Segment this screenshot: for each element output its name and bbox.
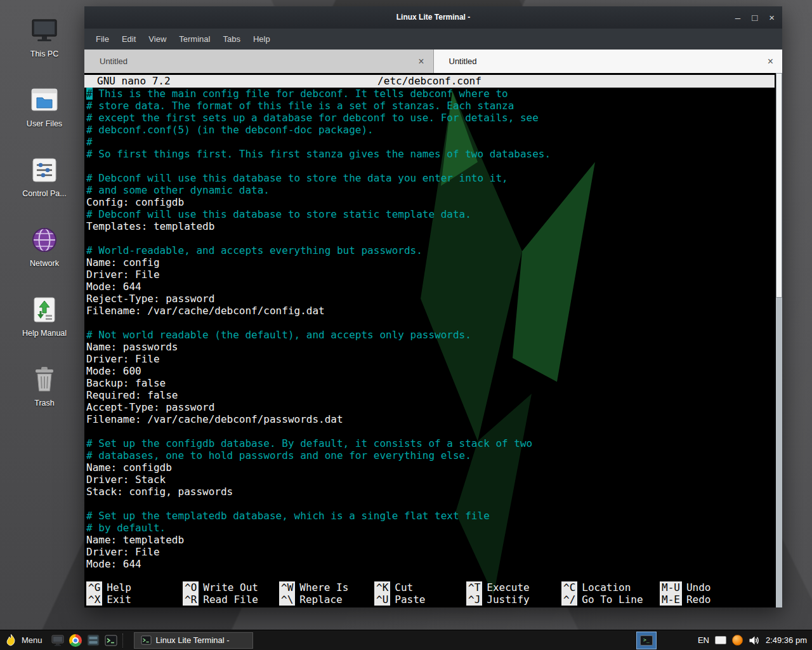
nano-line — [86, 317, 782, 329]
desktop-icon-label: Network — [30, 259, 59, 268]
nano-filename: /etc/debconf.conf — [84, 75, 775, 88]
control-panel-icon — [29, 155, 60, 185]
tab-untitled-2[interactable]: Untitled × — [434, 50, 783, 73]
window-title: Linux Lite Terminal - — [84, 6, 782, 29]
scrollbar-thumb[interactable] — [776, 73, 782, 298]
shortcut-label: Replace — [299, 594, 342, 606]
nano-line: Name: passwords — [86, 341, 782, 353]
nano-shortcut: M-UUndo — [660, 581, 772, 594]
tab-close-icon[interactable]: × — [418, 56, 424, 67]
nano-shortcut: ^UPaste — [374, 594, 466, 606]
desktop-background[interactable]: This PC User Files — [0, 0, 812, 650]
nano-shortcuts: ^GHelp^OWrite Out^WWhere Is^KCut^TExecut… — [86, 581, 772, 606]
notifier-icon[interactable] — [732, 635, 743, 646]
nano-line: Filename: /var/cache/debconf/passwords.d… — [86, 413, 782, 425]
shortcut-key: ^C — [561, 581, 577, 594]
volume-icon[interactable] — [749, 635, 760, 646]
chrome-icon[interactable] — [67, 632, 84, 649]
nano-shortcut-row-1: ^GHelp^OWrite Out^WWhere Is^KCut^TExecut… — [86, 581, 772, 594]
nano-line: # Debconf will use this database to stor… — [86, 172, 782, 184]
nano-line: # Set up the configdb database. By defau… — [86, 437, 782, 449]
window-titlebar[interactable]: Linux Lite Terminal - – □ × — [84, 6, 782, 29]
tab-bar: Untitled × Untitled × — [84, 50, 782, 73]
nano-cursor: # — [86, 88, 93, 100]
desktop-icon-this-pc[interactable]: This PC — [0, 10, 89, 80]
nano-line: # Not world readable (the default), and … — [86, 329, 782, 341]
menu-help[interactable]: Help — [247, 29, 277, 50]
nano-line: Required: false — [86, 389, 782, 401]
menu-file[interactable]: File — [89, 29, 115, 50]
nano-line: Config: configdb — [86, 196, 782, 208]
nano-line — [86, 160, 782, 172]
taskbar-window-button[interactable]: Linux Lite Terminal - — [134, 632, 253, 649]
nano-line: # Debconf will use this database to stor… — [86, 208, 782, 220]
menu-label: Menu — [22, 635, 43, 645]
nano-line: # and some other dynamic data. — [86, 184, 782, 196]
nano-line: Driver: File — [86, 546, 782, 558]
help-manual-icon — [29, 295, 60, 325]
maximize-icon[interactable]: □ — [752, 13, 757, 22]
nano-shortcut: M-ERedo — [660, 594, 772, 606]
shortcut-label: Justify — [487, 594, 529, 606]
menu-edit[interactable]: Edit — [115, 29, 142, 50]
desktop-icon-help-manual[interactable]: Help Manual — [0, 289, 89, 359]
desktop-icon-label: Control Pa... — [22, 189, 66, 198]
window-controls: – □ × — [735, 6, 775, 29]
desktop-icon-trash[interactable]: Trash — [0, 359, 89, 429]
nano-line: # debconf.conf(5) (in the debconf-doc pa… — [86, 124, 782, 136]
nano-line: Templates: templatedb — [86, 220, 782, 232]
shortcut-key: ^X — [86, 594, 102, 606]
file-manager-icon[interactable] — [84, 632, 102, 649]
nano-line: Stack: config, passwords — [86, 486, 782, 498]
desktop-icon-control-panel[interactable]: Control Pa... — [0, 150, 89, 220]
show-desktop-icon[interactable] — [49, 632, 67, 649]
menu-view[interactable]: View — [142, 29, 173, 50]
nano-line: Mode: 644 — [86, 558, 782, 570]
tab-label: Untitled — [449, 56, 477, 66]
desktop-icon-user-files[interactable]: User Files — [0, 80, 89, 150]
language-indicator[interactable]: EN — [698, 635, 709, 645]
shortcut-label: Location — [582, 581, 631, 594]
nano-line: # except the first sets up a database fo… — [86, 112, 782, 124]
shortcut-key: ^W — [279, 581, 295, 594]
tab-label: Untitled — [100, 56, 128, 66]
nano-shortcut: ^TExecute — [466, 581, 561, 594]
tab-untitled-1[interactable]: Untitled × — [84, 50, 434, 73]
nano-line: # by default. — [86, 522, 782, 534]
keyboard-layout-icon[interactable] — [715, 636, 726, 644]
close-icon[interactable]: × — [769, 13, 775, 22]
nano-line: Reject-Type: password — [86, 293, 782, 305]
nano-line: Driver: File — [86, 353, 782, 365]
linux-lite-flame-icon — [5, 633, 17, 647]
shortcut-key: ^O — [183, 581, 199, 594]
nano-line — [86, 498, 782, 510]
terminal-window: Linux Lite Terminal - – □ × File Edit Vi… — [84, 6, 782, 607]
terminal-view[interactable]: GNU nano 7.2 /etc/debconf.conf # This is… — [84, 73, 782, 607]
shortcut-label: Redo — [686, 594, 711, 606]
shortcut-label: Where Is — [299, 581, 348, 594]
nano-line: # databases, one to hold passwords and o… — [86, 449, 782, 461]
minimize-icon[interactable]: – — [735, 13, 740, 22]
shortcut-key: ^/ — [561, 594, 577, 606]
nano-titlebar: GNU nano 7.2 /etc/debconf.conf — [84, 75, 775, 88]
terminal-launcher-icon[interactable] — [102, 632, 120, 649]
shortcut-label: Exit — [107, 594, 131, 606]
nano-line: # Set up the templatedb database, which … — [86, 510, 782, 522]
nano-line: # — [86, 136, 782, 148]
tray-terminal-icon[interactable]: >_ — [636, 632, 657, 649]
computer-icon — [29, 15, 60, 46]
nano-line: Accept-Type: password — [86, 401, 782, 413]
terminal-window-icon — [141, 635, 152, 645]
menu-terminal[interactable]: Terminal — [173, 29, 216, 50]
nano-line: # So first things first. This first stan… — [86, 148, 782, 160]
nano-line: # store data. The format of this file is… — [86, 100, 782, 112]
shortcut-label: Go To Line — [582, 594, 643, 606]
start-menu-button[interactable]: Menu — [0, 630, 49, 650]
shortcut-key: M-U — [660, 581, 682, 594]
menu-tabs[interactable]: Tabs — [216, 29, 246, 50]
desktop-icon-network[interactable]: Network — [0, 220, 89, 289]
nano-line: # World-readable, and accepts everything… — [86, 244, 782, 256]
scrollbar[interactable] — [776, 73, 782, 607]
tab-close-icon[interactable]: × — [768, 56, 773, 67]
shortcut-label: Undo — [686, 581, 711, 594]
